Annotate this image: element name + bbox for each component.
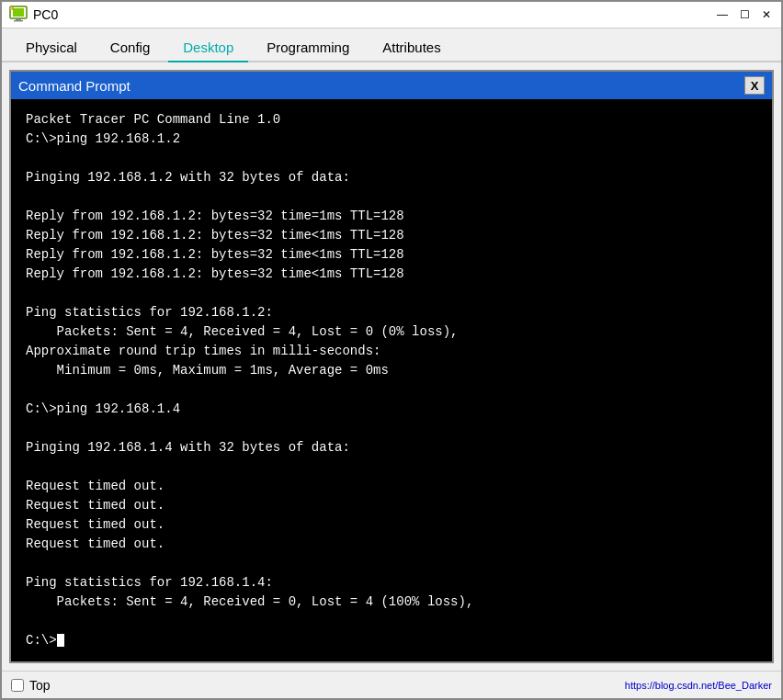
cmd-close-button[interactable]: X: [744, 76, 765, 95]
cmd-title-bar: Command Prompt X: [11, 72, 772, 99]
cmd-body[interactable]: Packet Tracer PC Command Line 1.0 C:\>pi…: [11, 99, 772, 661]
tab-physical[interactable]: Physical: [11, 34, 92, 61]
tab-attributes[interactable]: Attributes: [368, 34, 455, 61]
window-title: PC0: [33, 7, 58, 22]
minimize-button[interactable]: —: [715, 7, 730, 22]
watermark: https://blog.csdn.net/Bee_Darker: [625, 680, 772, 691]
main-window: P PC0 — ☐ ✕ Physical Config Desktop Prog…: [0, 0, 783, 700]
top-label: Top: [29, 678, 51, 693]
svg-rect-3: [14, 20, 23, 22]
title-controls: — ☐ ✕: [715, 7, 774, 22]
pc-icon: P: [9, 6, 28, 24]
svg-text:P: P: [11, 7, 13, 11]
tab-programming[interactable]: Programming: [252, 34, 364, 61]
top-checkbox[interactable]: [11, 679, 24, 692]
tab-bar: Physical Config Desktop Programming Attr…: [2, 28, 781, 62]
cmd-output: Packet Tracer PC Command Line 1.0 C:\>pi…: [26, 110, 757, 650]
title-bar: P PC0 — ☐ ✕: [2, 2, 781, 28]
tab-config[interactable]: Config: [96, 34, 165, 61]
cursor: [57, 634, 64, 647]
cmd-title-text: Command Prompt: [18, 78, 130, 94]
bottom-bar: Top https://blog.csdn.net/Bee_Darker: [2, 671, 781, 698]
maximize-button[interactable]: ☐: [737, 7, 752, 22]
top-checkbox-container: Top: [11, 678, 51, 693]
command-prompt-window: Command Prompt X Packet Tracer PC Comman…: [9, 70, 774, 663]
svg-rect-2: [16, 18, 21, 20]
svg-rect-1: [13, 8, 24, 17]
content-area: Command Prompt X Packet Tracer PC Comman…: [2, 62, 781, 671]
title-bar-left: P PC0: [9, 6, 58, 24]
close-button[interactable]: ✕: [759, 7, 774, 22]
tab-desktop[interactable]: Desktop: [168, 34, 248, 62]
